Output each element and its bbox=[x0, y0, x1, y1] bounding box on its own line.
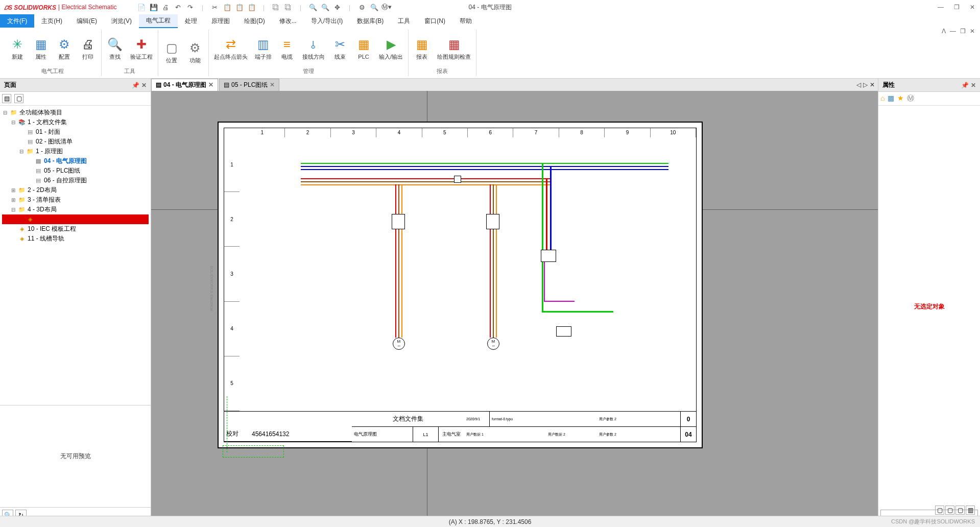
wire-orange[interactable] bbox=[301, 184, 551, 185]
motor-symbol-m2[interactable]: M∼ bbox=[487, 338, 499, 350]
tree-node[interactable]: ⊞📁2 - 2D布局 bbox=[2, 185, 149, 195]
minimize-button[interactable]: — bbox=[938, 4, 944, 11]
menu-item-6[interactable]: 绘图(D) bbox=[237, 15, 272, 28]
menu-item-12[interactable]: 帮助 bbox=[452, 15, 479, 28]
wire-green[interactable] bbox=[301, 163, 668, 164]
tab-close-icon[interactable]: ✕ bbox=[270, 81, 275, 88]
schematic-component[interactable] bbox=[486, 214, 499, 229]
schematic-component[interactable] bbox=[556, 326, 571, 337]
ribbon-btn-线束[interactable]: ✂线束 bbox=[329, 30, 351, 66]
qat-redo-icon[interactable]: ↷ bbox=[186, 3, 195, 11]
tree-view2-icon[interactable]: ▢ bbox=[14, 94, 23, 103]
maximize-button[interactable]: ❐ bbox=[954, 4, 960, 11]
ribbon-btn-配置[interactable]: ⚙配置 bbox=[53, 30, 76, 66]
ribbon-btn-验证工程[interactable]: ✚验证工程 bbox=[127, 30, 156, 66]
prop-home-icon[interactable]: ⌂ bbox=[880, 94, 885, 103]
wire-red[interactable] bbox=[546, 178, 547, 260]
ribbon-btn-起点终点箭头[interactable]: ⇄起点终点箭头 bbox=[211, 30, 251, 66]
tree-node[interactable]: ◈11 - 线槽导轨 bbox=[2, 234, 149, 244]
tree-node[interactable]: ◈10 - IEC 模板工程 bbox=[2, 224, 149, 234]
tree-node[interactable]: ⊞📁3 - 清单报表 bbox=[2, 195, 149, 205]
child-min-icon[interactable]: — bbox=[950, 28, 956, 35]
wire-red[interactable] bbox=[490, 184, 491, 338]
doc-tab[interactable]: ▤05 - PLC图纸✕ bbox=[219, 79, 279, 91]
child-max-icon[interactable]: ❐ bbox=[960, 28, 966, 35]
close-button[interactable]: ✕ bbox=[970, 4, 975, 11]
qat-delete-icon[interactable]: ⿻ bbox=[284, 3, 293, 11]
tree-node[interactable]: ▤01 - 封面 bbox=[2, 127, 149, 137]
qat-cut-icon[interactable]: ✂ bbox=[211, 3, 219, 11]
wire-red[interactable] bbox=[301, 178, 551, 179]
wire-blue[interactable] bbox=[301, 169, 668, 170]
wire-brown[interactable] bbox=[301, 181, 551, 182]
view-btn1[interactable]: ▢ bbox=[935, 506, 944, 515]
ribbon-btn-PLC[interactable]: ▦PLC bbox=[352, 30, 375, 66]
qat-copy-icon[interactable]: 📋 bbox=[223, 3, 231, 11]
qat-zoomin-icon[interactable]: 🔍 bbox=[309, 3, 317, 11]
qat-tool1-icon[interactable]: ⚙ bbox=[358, 3, 366, 11]
view-btn3[interactable]: ▢ bbox=[955, 506, 965, 515]
ribbon-btn-报表[interactable]: ▦报表 bbox=[411, 30, 433, 66]
schematic-component[interactable] bbox=[392, 214, 405, 229]
tree-node[interactable]: ◈09 - 主电气室 bbox=[2, 214, 149, 224]
ribbon-btn-新建[interactable]: ✳新建 bbox=[6, 30, 29, 66]
child-close-icon[interactable]: ✕ bbox=[970, 28, 975, 35]
menu-item-9[interactable]: 数据库(B) bbox=[350, 15, 391, 28]
prop-star-icon[interactable]: ★ bbox=[897, 94, 904, 103]
wire-magenta[interactable] bbox=[544, 301, 575, 302]
menu-item-4[interactable]: 处理 bbox=[178, 15, 204, 28]
menu-item-10[interactable]: 工具 bbox=[391, 15, 417, 28]
wire-green[interactable] bbox=[542, 311, 613, 313]
menu-item-8[interactable]: 导入/导出(I) bbox=[304, 15, 350, 28]
tree-view1-icon[interactable]: ▤ bbox=[2, 94, 11, 103]
file-menu[interactable]: 文件(F) bbox=[0, 14, 34, 28]
qat-tool2-icon[interactable]: 🔍 bbox=[370, 3, 378, 11]
doc-tab[interactable]: ▤04 - 电气原理图✕ bbox=[151, 79, 218, 91]
tree-node[interactable]: ⊟📁4 - 3D布局 bbox=[2, 205, 149, 214]
wire-green[interactable] bbox=[542, 163, 543, 311]
tree-node[interactable]: ⊟📁1 - 原理图 bbox=[2, 147, 149, 156]
ribbon-btn-输入/输出[interactable]: ▶输入/输出 bbox=[376, 30, 406, 66]
schematic-area[interactable]: M∼ M∼ bbox=[240, 137, 696, 411]
qat-new-icon[interactable]: 📄 bbox=[137, 3, 146, 11]
wire-red[interactable] bbox=[395, 184, 396, 338]
menu-item-1[interactable]: 编辑(E) bbox=[69, 15, 104, 28]
panel-pin-icon[interactable]: 📌 bbox=[961, 82, 969, 89]
tree-node[interactable]: ▤06 - 自控原理图 bbox=[2, 176, 149, 185]
ribbon-collapse-icon[interactable]: ᐱ bbox=[942, 28, 946, 35]
wire-orange[interactable] bbox=[401, 184, 402, 338]
tab-close-icon[interactable]: ✕ bbox=[870, 81, 875, 88]
qat-print-icon[interactable]: 🖨 bbox=[162, 3, 170, 11]
qat-tool3-icon[interactable]: Ⓜ▾ bbox=[383, 3, 391, 11]
qat-pan-icon[interactable]: ✥ bbox=[333, 3, 342, 11]
ribbon-btn-查找[interactable]: 🔍查找 bbox=[104, 30, 126, 66]
wire-blue[interactable] bbox=[301, 166, 668, 167]
qat-paste-icon[interactable]: 📋 bbox=[235, 3, 244, 11]
tree-node[interactable]: ⊟📚1 - 文档文件集 bbox=[2, 117, 149, 127]
wire-brown[interactable] bbox=[493, 184, 494, 338]
drawing-canvas[interactable]: SOLIDWORKS Electrical 12345678910 12345 bbox=[151, 91, 878, 523]
menu-item-11[interactable]: 窗口(N) bbox=[417, 15, 452, 28]
menu-item-0[interactable]: 主页(H) bbox=[34, 15, 69, 28]
menu-item-3[interactable]: 电气工程 bbox=[139, 14, 178, 28]
tab-prev-icon[interactable]: ◁ bbox=[856, 81, 861, 88]
motor-symbol-m1[interactable]: M∼ bbox=[393, 338, 405, 350]
qat-clone-icon[interactable]: ⿻ bbox=[272, 3, 280, 11]
menu-item-7[interactable]: 修改... bbox=[272, 15, 304, 28]
menu-item-2[interactable]: 浏览(V) bbox=[104, 15, 139, 28]
schematic-junction[interactable] bbox=[454, 176, 461, 183]
ribbon-btn-绘图规则检查[interactable]: ▦绘图规则检查 bbox=[434, 30, 474, 66]
panel-pin-icon[interactable]: 📌 bbox=[132, 82, 139, 89]
tree-node[interactable]: ▤04 - 电气原理图 bbox=[2, 156, 149, 166]
prop-m-icon[interactable]: Ⓜ bbox=[907, 94, 914, 103]
qat-save-icon[interactable]: 💾 bbox=[150, 3, 158, 11]
ribbon-btn-打印[interactable]: 🖨打印 bbox=[77, 30, 99, 66]
qat-undo-icon[interactable]: ↶ bbox=[174, 3, 182, 11]
ribbon-btn-端子排[interactable]: ▥端子排 bbox=[252, 30, 275, 66]
ribbon-btn-位置[interactable]: ▢位置 bbox=[160, 30, 183, 74]
ribbon-btn-接线方向[interactable]: ⫰接线方向 bbox=[299, 30, 328, 66]
tree-node[interactable]: ▤05 - PLC图纸 bbox=[2, 166, 149, 176]
tree-node[interactable]: ⊟📁全功能体验项目 bbox=[2, 108, 149, 117]
tab-next-icon[interactable]: ▷ bbox=[863, 81, 868, 88]
wire-orange[interactable] bbox=[496, 184, 497, 338]
